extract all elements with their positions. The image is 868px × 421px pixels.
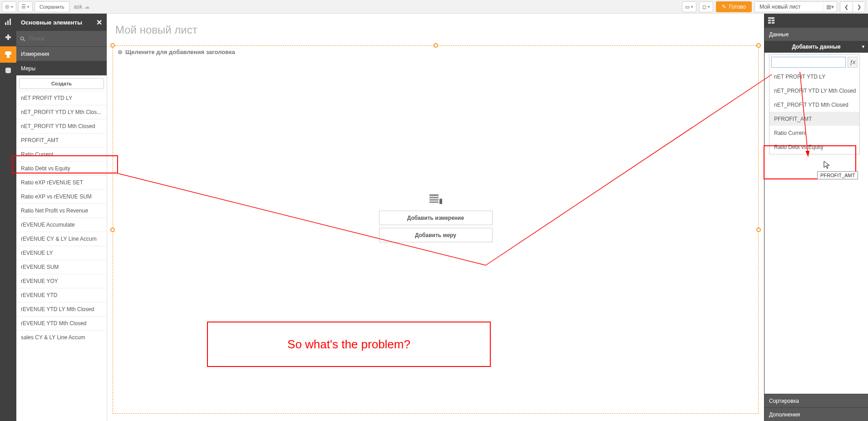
measure-item[interactable]: Ratio Net Profit vs Revenue xyxy=(16,203,107,218)
rail-data-icon[interactable] xyxy=(0,63,16,79)
master-items-panel: Основные элементы ✕ Измерения Меры Созда… xyxy=(16,14,107,421)
panel-close-button[interactable]: ✕ xyxy=(96,18,102,27)
sheet-selector[interactable]: Мой новый лист ▦▾ xyxy=(755,1,837,12)
svg-rect-1 xyxy=(7,20,9,25)
svg-rect-10 xyxy=(439,198,442,204)
cursor-pointer-icon xyxy=(824,161,830,171)
measure-item[interactable]: PFROFIT_AMT xyxy=(16,133,107,147)
measure-item[interactable]: rEVENUE YTD Mth Closed xyxy=(16,316,107,330)
panel-header: Основные элементы ✕ xyxy=(16,14,107,31)
svg-rect-0 xyxy=(5,22,6,25)
sort-section[interactable]: Сортировка xyxy=(764,394,868,407)
expression-button[interactable]: ƒx xyxy=(848,57,858,68)
measures-list: nET PROFIT YTD LYnET_PROFIT YTD LY Mth C… xyxy=(16,91,107,421)
add-measure-button[interactable]: Добавить меру xyxy=(379,228,493,242)
cloud-icon: ☁ xyxy=(84,3,90,10)
svg-rect-11 xyxy=(768,17,774,19)
measure-item[interactable]: rEVENUE LY xyxy=(16,246,107,260)
measure-item[interactable]: nET_PROFIT YTD Mth Closed xyxy=(16,119,107,133)
preview-dropdown[interactable]: ▭▾ xyxy=(682,1,696,12)
picker-item[interactable]: PFROFIT_AMT xyxy=(769,112,859,126)
bookmark-dropdown[interactable]: ◻▾ xyxy=(699,1,713,12)
compass-dropdown[interactable]: ◎▾ xyxy=(2,1,16,12)
properties-panel: Данные Добавить данные▼ ƒx nET PROFIT YT… xyxy=(764,14,868,421)
top-toolbar: ◎▾ ☰▾ Сохранить ask ☁ ▭▾ ◻▾ ✎ Готово Мой… xyxy=(0,0,868,14)
picker-search-input[interactable] xyxy=(771,57,846,68)
measures-section[interactable]: Меры xyxy=(16,61,107,75)
save-button[interactable]: Сохранить xyxy=(35,1,69,12)
annotation-question-box: So what's the problem? xyxy=(207,322,491,367)
rail-extensions-icon[interactable] xyxy=(0,30,16,46)
field-picker: ƒx nET PROFIT YTD LYnET_PROFIT YTD LY Mt… xyxy=(769,54,860,154)
measure-item[interactable]: nET PROFIT YTD LY xyxy=(16,91,107,105)
svg-rect-2 xyxy=(10,19,11,25)
app-name-label: ask ☁ xyxy=(74,3,90,10)
resize-handle[interactable] xyxy=(756,228,761,232)
measure-item[interactable]: rEVENUE YTD LY Mth Closed xyxy=(16,302,107,316)
resize-handle[interactable] xyxy=(110,43,115,48)
picker-item[interactable]: nET_PROFIT YTD LY Mth Closed xyxy=(769,84,859,98)
panel-search-input[interactable] xyxy=(29,35,103,42)
left-rail xyxy=(0,14,16,421)
measure-item[interactable]: rEVENUE YTD xyxy=(16,288,107,302)
panel-search[interactable] xyxy=(16,31,107,46)
svg-rect-13 xyxy=(772,20,774,21)
next-sheet-button[interactable]: ❯ xyxy=(853,1,865,12)
dimensions-section[interactable]: Измерения xyxy=(16,46,107,61)
list-dropdown[interactable]: ☰▾ xyxy=(18,1,33,12)
picker-item[interactable]: nET PROFIT YTD LY xyxy=(769,69,859,84)
svg-rect-8 xyxy=(429,199,439,200)
create-measure-button[interactable]: Создать xyxy=(19,78,104,89)
measure-item[interactable]: nET_PROFIT YTD LY Mth Clos... xyxy=(16,105,107,119)
measure-item[interactable]: rEVENUE CY & LY Line Accum xyxy=(16,232,107,246)
add-dimension-button[interactable]: Добавить измерение xyxy=(379,210,493,225)
picker-list: nET PROFIT YTD LYnET_PROFIT YTD LY Mth C… xyxy=(769,69,859,154)
resize-handle[interactable] xyxy=(434,43,438,48)
properties-toggle[interactable] xyxy=(764,14,868,27)
table-icon xyxy=(429,194,442,206)
add-data-button[interactable]: Добавить данные▼ xyxy=(764,41,868,53)
add-title-hint[interactable]: ⊕ Щелкните для добавления заголовка xyxy=(118,49,235,55)
picker-item[interactable]: Ratio Current xyxy=(769,126,859,140)
svg-rect-7 xyxy=(429,197,439,198)
data-section[interactable]: Данные xyxy=(764,27,868,41)
svg-rect-14 xyxy=(768,22,771,24)
measure-item[interactable]: rEVENUE Accumulate xyxy=(16,218,107,232)
svg-rect-6 xyxy=(429,194,439,196)
resize-handle[interactable] xyxy=(110,228,115,232)
chevron-down-icon: ▼ xyxy=(861,45,865,49)
measure-item[interactable]: Ratio eXP vs rEVENUE SUM xyxy=(16,189,107,203)
pencil-icon: ✎ xyxy=(722,4,726,10)
rail-charts-icon[interactable] xyxy=(0,14,16,30)
table-mini-icon xyxy=(768,17,774,24)
prev-sheet-button[interactable]: ❮ xyxy=(840,1,853,12)
rail-master-items-icon[interactable] xyxy=(0,46,16,63)
sheet-grid-icon[interactable]: ▦▾ xyxy=(823,2,837,12)
svg-rect-12 xyxy=(768,20,771,21)
measure-item[interactable]: rEVENUE YOY xyxy=(16,274,107,288)
plus-circle-icon: ⊕ xyxy=(118,49,123,55)
svg-rect-15 xyxy=(772,22,774,24)
resize-handle[interactable] xyxy=(756,43,761,48)
addons-section[interactable]: Дополнения xyxy=(764,407,868,421)
measure-item[interactable]: Ratio eXP rEVENUE SET xyxy=(16,175,107,189)
measure-item[interactable]: rEVENUE SUM xyxy=(16,260,107,274)
svg-line-5 xyxy=(23,39,25,41)
search-icon xyxy=(20,36,25,42)
done-button[interactable]: ✎ Готово xyxy=(716,1,752,12)
svg-rect-9 xyxy=(429,201,439,203)
sheet-title[interactable]: Мой новый лист xyxy=(115,24,197,36)
measure-item[interactable]: sales CY & LY Line Accum xyxy=(16,330,107,344)
picker-item[interactable]: nET_PROFIT YTD Mth Closed xyxy=(769,98,859,112)
svg-point-4 xyxy=(20,37,24,40)
annotation-highlight-left xyxy=(12,155,118,173)
tooltip: PFROFIT_AMT xyxy=(817,171,858,179)
